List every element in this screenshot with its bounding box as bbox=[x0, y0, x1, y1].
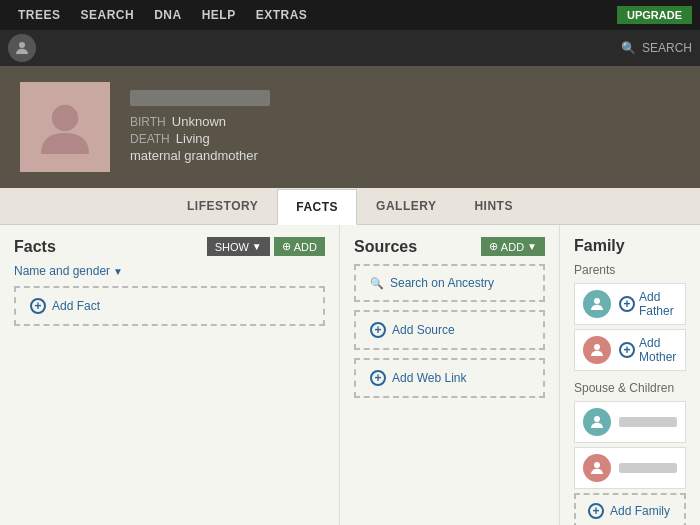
plus-icon: ⊕ bbox=[282, 240, 291, 253]
spouse-name-2-blurred bbox=[619, 463, 677, 473]
tabs-bar: LIFESTORY FACTS GALLERY HINTS bbox=[0, 188, 700, 225]
plus-circle-father: + bbox=[619, 296, 635, 312]
add-web-link-box[interactable]: + Add Web Link bbox=[354, 358, 545, 398]
sources-header: Sources ⊕ ADD ▼ bbox=[354, 237, 545, 256]
add-source-header-button[interactable]: ⊕ ADD ▼ bbox=[481, 237, 545, 256]
family-column: Family Parents + Add Father + bbox=[560, 225, 700, 525]
add-fact-label: Add Fact bbox=[52, 299, 100, 313]
facts-title: Facts bbox=[14, 238, 56, 256]
nav-trees[interactable]: TREES bbox=[8, 8, 71, 22]
profile-relation: maternal grandmother bbox=[130, 148, 270, 163]
show-button[interactable]: SHOW ▼ bbox=[207, 237, 270, 256]
parents-label: Parents bbox=[574, 263, 686, 277]
mother-avatar bbox=[583, 336, 611, 364]
add-fact-button[interactable]: ⊕ ADD bbox=[274, 237, 325, 256]
plus-circle-weblink: + bbox=[370, 370, 386, 386]
spouse-avatar-1 bbox=[583, 408, 611, 436]
add-father-content: + Add Father bbox=[619, 290, 677, 318]
spouse-avatar-2 bbox=[583, 454, 611, 482]
plus-circle-source: + bbox=[370, 322, 386, 338]
svg-point-2 bbox=[594, 298, 600, 304]
nav-search[interactable]: SEARCH bbox=[71, 8, 145, 22]
nav-left bbox=[8, 34, 36, 62]
nav-dna[interactable]: DNA bbox=[144, 8, 192, 22]
plus-circle-family: + bbox=[588, 503, 604, 519]
add-source-box[interactable]: + Add Source bbox=[354, 310, 545, 350]
spouse-name-1-blurred bbox=[619, 417, 677, 427]
add-fact-dashed[interactable]: + Add Fact bbox=[14, 286, 325, 326]
tab-hints[interactable]: HINTS bbox=[455, 188, 532, 224]
add-family-label: Add Family bbox=[610, 504, 670, 518]
person-nav-icon[interactable] bbox=[8, 34, 36, 62]
chevron-down-icon-ng: ▼ bbox=[113, 266, 123, 277]
family-title: Family bbox=[574, 237, 625, 255]
svg-point-5 bbox=[594, 462, 600, 468]
svg-point-4 bbox=[594, 416, 600, 422]
spouse-children-label: Spouse & Children bbox=[574, 381, 686, 395]
add-source-label: Add Source bbox=[392, 323, 455, 337]
tab-gallery[interactable]: GALLERY bbox=[357, 188, 455, 224]
chevron-down-icon: ▼ bbox=[252, 241, 262, 252]
main-content: Facts SHOW ▼ ⊕ ADD Name and gender ▼ + A… bbox=[0, 225, 700, 525]
add-mother-content: + Add Mother bbox=[619, 336, 677, 364]
profile-death: DEATHLiving bbox=[130, 131, 270, 146]
profile-photo bbox=[20, 82, 110, 172]
svg-point-3 bbox=[594, 344, 600, 350]
family-header: Family bbox=[574, 237, 686, 255]
svg-point-0 bbox=[19, 42, 25, 48]
name-gender-row[interactable]: Name and gender ▼ bbox=[14, 264, 325, 278]
chevron-down-icon-src: ▼ bbox=[527, 241, 537, 252]
sources-title: Sources bbox=[354, 238, 417, 256]
tab-facts[interactable]: FACTS bbox=[277, 189, 357, 225]
facts-header: Facts SHOW ▼ ⊕ ADD bbox=[14, 237, 325, 256]
add-father-label: Add Father bbox=[639, 290, 677, 318]
spouse-member-2[interactable] bbox=[574, 447, 686, 489]
search-ancestry-label: Search on Ancestry bbox=[390, 276, 494, 290]
add-family-box[interactable]: + Add Family bbox=[574, 493, 686, 525]
search-icon-nav: 🔍 bbox=[621, 41, 636, 55]
svg-point-1 bbox=[52, 105, 78, 131]
profile-header: BIRTHUnknown DEATHLiving maternal grandm… bbox=[0, 66, 700, 188]
tab-lifestory[interactable]: LIFESTORY bbox=[168, 188, 277, 224]
add-web-link-label: Add Web Link bbox=[392, 371, 467, 385]
nav-extras[interactable]: EXTRAS bbox=[246, 8, 318, 22]
profile-name-blurred bbox=[130, 90, 270, 106]
sources-column: Sources ⊕ ADD ▼ 🔍 Search on Ancestry + A… bbox=[340, 225, 560, 525]
facts-actions: SHOW ▼ ⊕ ADD bbox=[207, 237, 325, 256]
upgrade-button[interactable]: UPGRADE bbox=[617, 6, 692, 24]
profile-birth: BIRTHUnknown bbox=[130, 114, 270, 129]
search-icon-src: 🔍 bbox=[370, 277, 384, 290]
search-ancestry-box[interactable]: 🔍 Search on Ancestry bbox=[354, 264, 545, 302]
nav-items: TREES SEARCH DNA HELP EXTRAS bbox=[8, 8, 617, 22]
nav-help[interactable]: HELP bbox=[192, 8, 246, 22]
profile-info: BIRTHUnknown DEATHLiving maternal grandm… bbox=[130, 90, 270, 165]
father-avatar bbox=[583, 290, 611, 318]
plus-circle-mother: + bbox=[619, 342, 635, 358]
plus-circle-icon: + bbox=[30, 298, 46, 314]
search-label-nav: SEARCH bbox=[642, 41, 692, 55]
add-mother-label: Add Mother bbox=[639, 336, 677, 364]
add-father-member[interactable]: + Add Father bbox=[574, 283, 686, 325]
second-navigation: 🔍 SEARCH bbox=[0, 30, 700, 66]
facts-column: Facts SHOW ▼ ⊕ ADD Name and gender ▼ + A… bbox=[0, 225, 340, 525]
top-navigation: TREES SEARCH DNA HELP EXTRAS UPGRADE bbox=[0, 0, 700, 30]
spouse-member-1[interactable] bbox=[574, 401, 686, 443]
plus-icon-src: ⊕ bbox=[489, 240, 498, 253]
nav-search-area: 🔍 SEARCH bbox=[621, 41, 692, 55]
add-mother-member[interactable]: + Add Mother bbox=[574, 329, 686, 371]
